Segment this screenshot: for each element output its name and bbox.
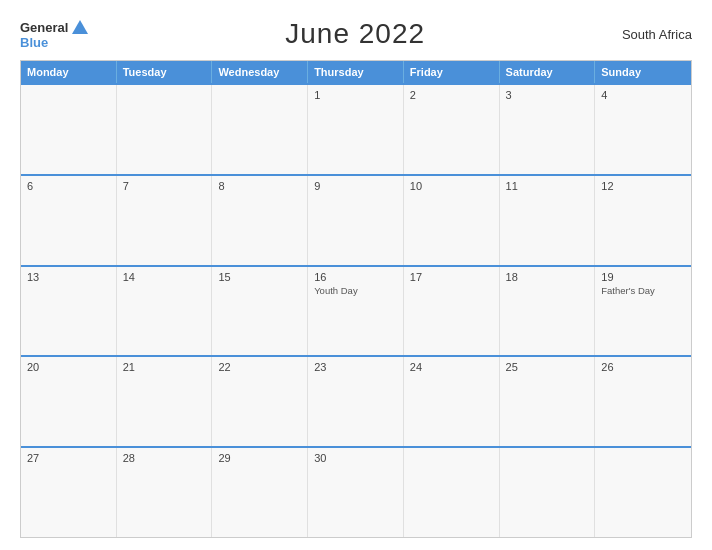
day-number: 28	[123, 452, 206, 464]
table-row: 11	[500, 176, 596, 265]
day-number: 1	[314, 89, 397, 101]
header-saturday: Saturday	[500, 61, 596, 83]
logo: General Blue	[20, 20, 88, 49]
day-number: 9	[314, 180, 397, 192]
table-row: 24	[404, 357, 500, 446]
day-number: 24	[410, 361, 493, 373]
day-number: 3	[506, 89, 589, 101]
table-row: 30	[308, 448, 404, 537]
table-row: 8	[212, 176, 308, 265]
week-5: 27 28 29 30	[21, 446, 691, 537]
table-row: 19 Father's Day	[595, 267, 691, 356]
table-row: 16 Youth Day	[308, 267, 404, 356]
header-thursday: Thursday	[308, 61, 404, 83]
table-row: 21	[117, 357, 213, 446]
day-number: 26	[601, 361, 685, 373]
header-sunday: Sunday	[595, 61, 691, 83]
table-row: 4	[595, 85, 691, 174]
table-row: 23	[308, 357, 404, 446]
day-number: 8	[218, 180, 301, 192]
table-row	[500, 448, 596, 537]
day-number: 30	[314, 452, 397, 464]
table-row: 15	[212, 267, 308, 356]
table-row: 29	[212, 448, 308, 537]
table-row: 2	[404, 85, 500, 174]
day-number: 6	[27, 180, 110, 192]
day-number: 22	[218, 361, 301, 373]
table-row	[21, 85, 117, 174]
logo-blue-text: Blue	[20, 36, 48, 49]
table-row: 7	[117, 176, 213, 265]
week-4: 20 21 22 23 24 25 26	[21, 355, 691, 446]
table-row: 3	[500, 85, 596, 174]
day-number: 13	[27, 271, 110, 283]
table-row: 13	[21, 267, 117, 356]
month-title: June 2022	[285, 18, 425, 50]
logo-triangle-icon	[72, 20, 88, 34]
country-label: South Africa	[622, 27, 692, 42]
header-monday: Monday	[21, 61, 117, 83]
calendar-header: Monday Tuesday Wednesday Thursday Friday…	[21, 61, 691, 83]
day-number: 12	[601, 180, 685, 192]
week-1: 1 2 3 4	[21, 83, 691, 174]
page-header: General Blue June 2022 South Africa	[20, 18, 692, 50]
header-tuesday: Tuesday	[117, 61, 213, 83]
table-row	[404, 448, 500, 537]
week-2: 6 7 8 9 10 11 12	[21, 174, 691, 265]
calendar-page: General Blue June 2022 South Africa Mond…	[0, 0, 712, 550]
day-number: 17	[410, 271, 493, 283]
table-row	[595, 448, 691, 537]
day-number: 16	[314, 271, 397, 283]
table-row: 6	[21, 176, 117, 265]
table-row: 26	[595, 357, 691, 446]
table-row	[117, 85, 213, 174]
day-number: 23	[314, 361, 397, 373]
table-row: 12	[595, 176, 691, 265]
table-row: 9	[308, 176, 404, 265]
day-number: 10	[410, 180, 493, 192]
day-number: 19	[601, 271, 685, 283]
day-number: 4	[601, 89, 685, 101]
header-wednesday: Wednesday	[212, 61, 308, 83]
day-number: 18	[506, 271, 589, 283]
day-number: 25	[506, 361, 589, 373]
day-number: 15	[218, 271, 301, 283]
table-row: 14	[117, 267, 213, 356]
table-row: 10	[404, 176, 500, 265]
table-row	[212, 85, 308, 174]
calendar-body: 1 2 3 4 6 7	[21, 83, 691, 537]
day-number: 20	[27, 361, 110, 373]
table-row: 1	[308, 85, 404, 174]
header-friday: Friday	[404, 61, 500, 83]
day-number: 11	[506, 180, 589, 192]
table-row: 25	[500, 357, 596, 446]
day-number: 29	[218, 452, 301, 464]
table-row: 27	[21, 448, 117, 537]
day-number: 7	[123, 180, 206, 192]
table-row: 22	[212, 357, 308, 446]
table-row: 17	[404, 267, 500, 356]
event-youth-day: Youth Day	[314, 285, 397, 297]
day-number: 21	[123, 361, 206, 373]
calendar: Monday Tuesday Wednesday Thursday Friday…	[20, 60, 692, 538]
day-number: 27	[27, 452, 110, 464]
table-row: 18	[500, 267, 596, 356]
logo-general-text: General	[20, 21, 68, 34]
week-3: 13 14 15 16 Youth Day 17 18	[21, 265, 691, 356]
table-row: 28	[117, 448, 213, 537]
event-fathers-day: Father's Day	[601, 285, 685, 297]
day-number: 14	[123, 271, 206, 283]
table-row: 20	[21, 357, 117, 446]
day-number: 2	[410, 89, 493, 101]
